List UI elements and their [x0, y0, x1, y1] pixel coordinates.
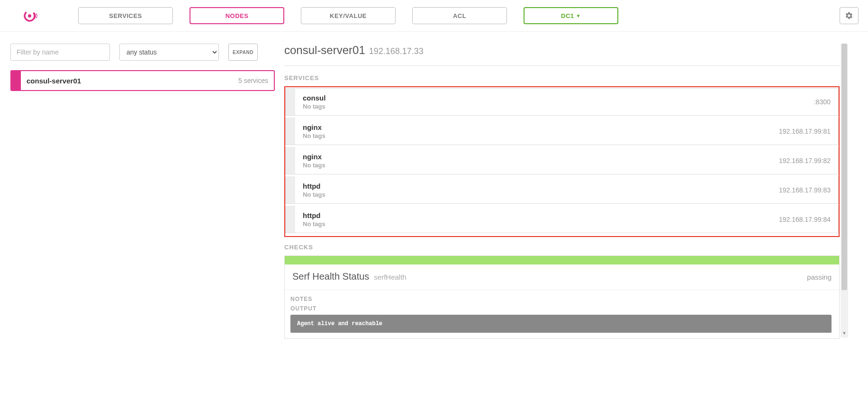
services-label: SERVICES: [284, 74, 840, 82]
settings-button[interactable]: [840, 7, 859, 24]
scroll-thumb[interactable]: [841, 44, 847, 290]
service-address: 192.168.17.99:84: [771, 206, 838, 233]
svg-point-1: [28, 14, 31, 18]
node-status-bar: [11, 71, 21, 90]
right-panel: consul-server01 192.168.17.33 SERVICES c…: [284, 44, 868, 339]
service-row[interactable]: nginx No tags 192.168.17.99:82: [285, 147, 839, 174]
svg-point-3: [35, 14, 36, 16]
node-name: consul-server01: [21, 71, 238, 90]
nav-datacenter[interactable]: DC1 ▼: [524, 7, 618, 24]
service-status-bar: [286, 176, 295, 203]
service-address: :8300: [806, 89, 838, 115]
checks-section: CHECKS Serf Health Status serfHealth pas…: [284, 244, 840, 339]
service-address: 192.168.17.99:82: [771, 147, 838, 174]
service-body: nginx No tags: [295, 147, 771, 174]
service-body: consul No tags: [295, 89, 806, 115]
checks-label: CHECKS: [284, 244, 840, 251]
nav-keyvalue[interactable]: KEY/VALUE: [301, 7, 396, 24]
service-status-bar: [286, 89, 295, 115]
node-item[interactable]: consul-server01 5 services: [10, 70, 275, 91]
services-box: consul No tags :8300 nginx No tags 192.1…: [284, 86, 840, 237]
check-title: Serf Health Status: [292, 271, 369, 282]
main: any status EXPAND consul-server01 5 serv…: [0, 32, 868, 339]
service-name: httpd: [303, 182, 764, 190]
notes-label: NOTES: [290, 296, 832, 302]
service-address: 192.168.17.99:81: [771, 118, 838, 145]
node-title-ip: 192.168.17.33: [369, 46, 424, 56]
service-name: httpd: [303, 211, 764, 219]
svg-point-6: [36, 13, 37, 14]
service-body: httpd No tags: [295, 176, 771, 203]
filter-row: any status EXPAND: [10, 44, 275, 61]
node-title: consul-server01 192.168.17.33: [284, 44, 840, 66]
scroll-down-icon: ▼: [841, 331, 848, 337]
nav-datacenter-label: DC1: [561, 12, 574, 19]
service-tags: No tags: [303, 191, 764, 198]
nav-services[interactable]: SERVICES: [78, 7, 173, 24]
svg-point-7: [36, 15, 37, 16]
left-panel: any status EXPAND consul-server01 5 serv…: [0, 44, 284, 339]
scrollbar[interactable]: ▲ ▼: [841, 44, 848, 337]
check-body: NOTES OUTPUT Agent alive and reachable: [285, 290, 839, 338]
consul-logo: [21, 8, 38, 24]
service-name: nginx: [303, 153, 764, 161]
gear-icon: [845, 11, 853, 20]
service-name: consul: [303, 94, 799, 102]
expand-button[interactable]: EXPAND: [228, 44, 258, 61]
service-tags: No tags: [303, 103, 799, 110]
filter-input[interactable]: [10, 44, 110, 61]
service-row[interactable]: consul No tags :8300: [285, 88, 839, 116]
service-body: nginx No tags: [295, 118, 771, 145]
service-status-bar: [286, 147, 295, 174]
service-body: httpd No tags: [295, 206, 771, 233]
svg-point-8: [36, 17, 37, 18]
service-row[interactable]: httpd No tags 192.168.17.99:83: [285, 176, 839, 204]
node-service-count: 5 services: [238, 71, 274, 90]
status-select[interactable]: any status: [119, 44, 219, 61]
svg-point-5: [34, 18, 35, 19]
service-tags: No tags: [303, 132, 764, 139]
nav-acl[interactable]: ACL: [412, 7, 507, 24]
service-status-bar: [286, 118, 295, 145]
check-status: passing: [807, 273, 832, 281]
check-id: serfHealth: [374, 273, 406, 281]
nav-nodes[interactable]: NODES: [190, 7, 284, 24]
nav-group: SERVICES NODES KEY/VALUE ACL DC1 ▼: [78, 7, 818, 24]
service-row[interactable]: httpd No tags 192.168.17.99:84: [285, 206, 839, 233]
check-card: Serf Health Status serfHealth passing NO…: [284, 255, 840, 339]
service-address: 192.168.17.99:83: [771, 176, 838, 203]
check-head: Serf Health Status serfHealth passing: [285, 264, 839, 290]
caret-down-icon: ▼: [576, 13, 581, 18]
check-status-bar: [285, 256, 839, 264]
service-name: nginx: [303, 123, 764, 131]
service-tags: No tags: [303, 162, 764, 169]
check-output: Agent alive and reachable: [290, 315, 832, 333]
service-tags: No tags: [303, 220, 764, 228]
output-label: OUTPUT: [290, 305, 832, 312]
service-row[interactable]: nginx No tags 192.168.17.99:81: [285, 118, 839, 145]
svg-point-4: [35, 16, 36, 17]
node-title-name: consul-server01: [284, 44, 365, 57]
service-status-bar: [286, 206, 295, 233]
svg-point-2: [34, 12, 35, 14]
topbar: SERVICES NODES KEY/VALUE ACL DC1 ▼: [0, 0, 868, 32]
